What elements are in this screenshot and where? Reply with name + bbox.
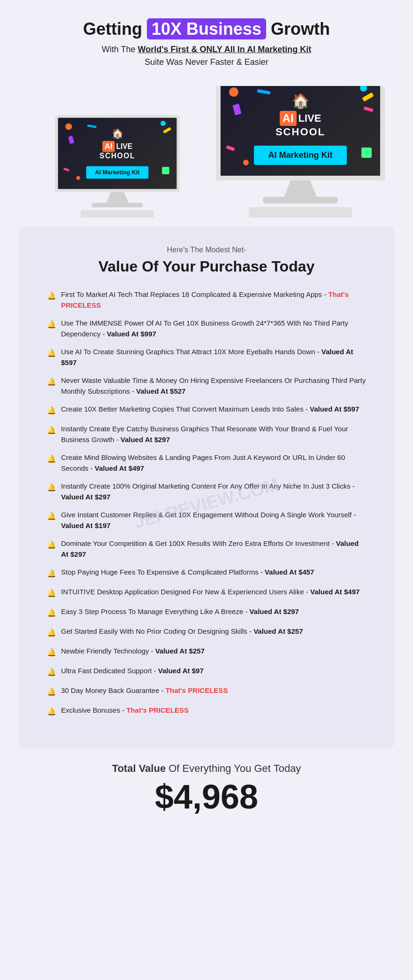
bell-icon: 🔔 (47, 425, 56, 436)
item-text: Give Instant Customer Replies & Get 10X … (61, 510, 366, 531)
valued-tag: Valued At $497 (310, 588, 359, 596)
list-item: 🔔 Easy 3 Step Process To Manage Everythi… (47, 607, 366, 619)
total-label: Total Value Of Everything You Get Today (28, 762, 385, 775)
item-text: Ultra Fast Dedicated Support - Valued At… (61, 666, 204, 677)
total-price: $4,968 (28, 778, 385, 816)
valued-tag: Valued At $497 (95, 464, 144, 472)
item-text: Newbie Friendly Technology - Valued At $… (61, 646, 205, 657)
bell-icon: 🔔 (47, 405, 56, 416)
valued-tag: Valued At $297 (121, 436, 170, 443)
bell-icon: 🔔 (47, 348, 56, 359)
item-text: Stop Paying Huge Fees To Expensive & Com… (61, 567, 314, 578)
bell-icon: 🔔 (47, 290, 56, 302)
list-item: 🔔 Newbie Friendly Technology - Valued At… (47, 646, 366, 658)
bell-icon: 🔔 (47, 627, 56, 638)
value-title: Value Of Your Purchase Today (47, 258, 366, 275)
total-label-rest: Of Everything You Get Today (166, 762, 301, 774)
value-list: 🔔 First To Market AI Tech That Replaces … (47, 289, 366, 717)
main-title: Getting 10X Business Growth (28, 19, 385, 39)
title-highlight: 10X Business (147, 18, 266, 39)
bell-icon-gold: 🔔 (47, 686, 56, 698)
item-text: Instantly Create 100% Original Marketing… (61, 481, 366, 502)
item-text: First To Market AI Tech That Replaces 18… (61, 289, 366, 311)
valued-tag: Valued At $457 (265, 568, 314, 576)
bell-icon: 🔔 (47, 539, 56, 551)
bell-icon: 🔔 (47, 588, 56, 599)
right-monitor-logo: 🏠 AI LIVE SCHOOL (275, 93, 325, 138)
subtitle-underline: World's First & ONLY All In AI Marketing… (138, 45, 312, 54)
valued-tag: Valued At $257 (253, 627, 303, 635)
valued-tag: Valued At $597 (310, 405, 359, 413)
bell-icon: 🔔 (47, 319, 56, 330)
bell-icon: 🔔 (47, 667, 56, 678)
list-item: 🔔 Instantly Create Eye Catchy Business G… (47, 424, 366, 445)
priceless-tag: That's PRICELESS (126, 706, 189, 714)
valued-tag: Valued At $297 (250, 607, 299, 615)
item-text: Never Waste Valuable Time & Money On Hir… (61, 375, 366, 397)
bell-icon: 🔔 (47, 482, 56, 493)
total-section: Total Value Of Everything You Get Today … (0, 748, 413, 834)
valued-tag: Valued At $97 (158, 667, 204, 675)
valued-tag: Valued At $197 (61, 521, 110, 529)
net-value-label: Here's The Modest Net- (47, 246, 366, 254)
list-item: 🔔 Create 10X Better Marketing Copies Tha… (47, 404, 366, 416)
item-text: Instantly Create Eye Catchy Business Gra… (61, 424, 366, 445)
total-label-bold: Total Value (112, 762, 166, 774)
item-text: INTUITIVE Desktop Application Designed F… (61, 587, 359, 598)
list-item: 🔔 First To Market AI Tech That Replaces … (47, 289, 366, 311)
subtitle: With The World's First & ONLY All In AI … (28, 45, 385, 54)
item-text: 30 Day Money Back Guarantee - That's PRI… (61, 685, 228, 696)
priceless-tag: That's PRICELESS (166, 686, 228, 694)
item-text: Easy 3 Step Process To Manage Everything… (61, 607, 299, 617)
bell-icon: 🔔 (47, 511, 56, 522)
left-monitor-screen: 🏠 AI LIVE SCHOOL AI Marketing Kit (55, 115, 179, 192)
valued-tag: Valued At $997 (107, 330, 156, 338)
ai-badge-right: AI (280, 111, 297, 126)
header-section: Getting 10X Business Growth With The Wor… (0, 0, 413, 86)
bell-icon-gold: 🔔 (47, 706, 56, 717)
valued-tag: Valued At $297 (61, 493, 110, 501)
valued-tag: Valued At $257 (155, 647, 205, 655)
list-item: 🔔 Use AI To Create Stunning Graphics Tha… (47, 347, 366, 368)
list-item: 🔔 Never Waste Valuable Time & Money On H… (47, 375, 366, 397)
list-item: 🔔 Give Instant Customer Replies & Get 10… (47, 510, 366, 531)
ai-badge-left: AI (102, 141, 115, 152)
left-monitor: 🏠 AI LIVE SCHOOL AI Marketing Kit (55, 115, 179, 218)
page-wrapper: Getting 10X Business Growth With The Wor… (0, 0, 413, 834)
list-item: 🔔 Get Started Easily With No Prior Codin… (47, 626, 366, 638)
subtitle2: Suite Was Never Faster & Easier (28, 57, 385, 67)
list-item: 🔔 Dominate Your Competition & Get 100X R… (47, 538, 366, 560)
value-section: Here's The Modest Net- Value Of Your Pur… (19, 227, 394, 748)
list-item: 🔔 Exclusive Bonuses - That's PRICELESS (47, 705, 366, 717)
right-banner: AI Marketing Kit (254, 146, 346, 165)
valued-tag: Valued At $527 (136, 387, 185, 395)
list-item: 🔔 Instantly Create 100% Original Marketi… (47, 481, 366, 502)
bell-icon: 🔔 (47, 453, 56, 465)
list-item: 🔔 30 Day Money Back Guarantee - That's P… (47, 685, 366, 698)
monitors-section: 🏠 AI LIVE SCHOOL AI Marketing Kit (0, 86, 413, 218)
left-monitor-logo: 🏠 AI LIVE SCHOOL (99, 128, 135, 161)
bell-icon: 🔔 (47, 568, 56, 579)
item-text: Exclusive Bonuses - That's PRICELESS (61, 705, 189, 716)
title-part1: Getting (83, 19, 147, 39)
list-item: 🔔 Use The IMMENSE Power Of AI To Get 10X… (47, 318, 366, 339)
item-text: Create 10X Better Marketing Copies That … (61, 404, 359, 415)
bell-icon: 🔔 (47, 376, 56, 388)
right-monitor-screen: 🏠 AI LIVE SCHOOL AI Marketing Kit (216, 86, 385, 180)
bell-icon: 🔔 (47, 607, 56, 619)
subtitle-part1: With The (102, 45, 138, 54)
item-text: Create Mind Blowing Websites & Landing P… (61, 452, 366, 474)
bell-icon: 🔔 (47, 647, 56, 658)
list-item: 🔔 INTUITIVE Desktop Application Designed… (47, 587, 366, 599)
title-part2: Growth (266, 19, 330, 39)
list-item: 🔔 Ultra Fast Dedicated Support - Valued … (47, 666, 366, 678)
priceless-tag: That's PRICELESS (61, 290, 349, 309)
list-item: 🔔 Create Mind Blowing Websites & Landing… (47, 452, 366, 474)
valued-tag: Valued At $597 (61, 348, 353, 366)
list-item: 🔔 Stop Paying Huge Fees To Expensive & C… (47, 567, 366, 579)
item-text: Dominate Your Competition & Get 100X Res… (61, 538, 366, 560)
item-text: Get Started Easily With No Prior Coding … (61, 626, 303, 637)
item-text: Use AI To Create Stunning Graphics That … (61, 347, 366, 368)
value-list-container: JEI-REVIEW.COM 🔔 First To Market AI Tech… (47, 289, 366, 717)
right-monitor: 🏠 AI LIVE SCHOOL AI Marketing Kit (216, 86, 385, 218)
